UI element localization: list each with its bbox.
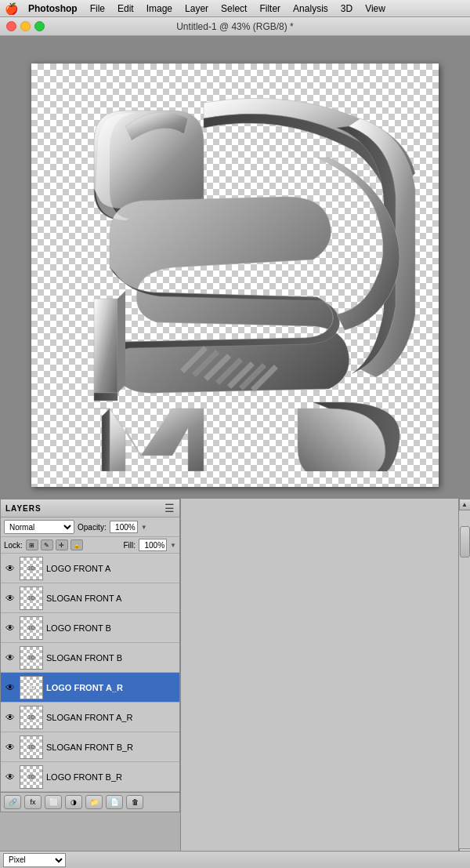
layer-styles-button[interactable]: fx bbox=[24, 795, 42, 809]
lock-position-icon: ✛ bbox=[59, 542, 64, 549]
layer-name: LOGO FRONT B bbox=[46, 623, 176, 633]
layers-controls: Normal Opacity: ▼ bbox=[1, 518, 179, 537]
adjustment-icon: ◑ bbox=[70, 798, 77, 806]
layer-thumbnail: 3D bbox=[20, 706, 43, 729]
new-group-button[interactable]: 📁 bbox=[85, 795, 103, 809]
artwork-svg bbox=[47, 79, 423, 471]
new-layer-icon: 📄 bbox=[110, 798, 119, 806]
lock-icons: ⊞ ✎ ✛ 🔒 bbox=[26, 539, 83, 550]
apple-icon[interactable]: 🍎 bbox=[3, 1, 19, 16]
layer-name: LOGO FRONT A bbox=[46, 564, 176, 573]
artwork bbox=[31, 64, 439, 487]
layer-row[interactable]: 👁3DSLOGAN FRONT B bbox=[1, 643, 179, 673]
bottom-bar: Pixel bbox=[0, 851, 470, 868]
delete-layer-button[interactable]: 🗑 bbox=[126, 795, 143, 809]
layer-visibility-toggle[interactable]: 👁 bbox=[4, 771, 16, 783]
add-mask-button[interactable]: ⬜ bbox=[45, 795, 62, 809]
layer-visibility-toggle[interactable]: 👁 bbox=[4, 681, 16, 694]
layers-menu-button[interactable]: ☰ bbox=[164, 502, 175, 514]
layers-panel: LAYERS ☰ Normal Opacity: ▼ Lock: ⊞ ✎ bbox=[0, 499, 180, 812]
layer-row[interactable]: 👁3DLOGO FRONT B_R bbox=[1, 762, 179, 792]
unit-select[interactable]: Pixel bbox=[3, 853, 66, 867]
mask-icon: ⬜ bbox=[49, 798, 58, 806]
main-container: 🍎 Photoshop File Edit Image Layer Select… bbox=[0, 0, 470, 868]
title-bar: Untitled-1 @ 43% (RGB/8) * bbox=[0, 17, 470, 36]
fx-icon: fx bbox=[30, 798, 35, 806]
layer-thumbnail: 3D bbox=[20, 765, 43, 789]
layer-visibility-toggle[interactable]: 👁 bbox=[4, 741, 16, 754]
adjustment-layer-button[interactable]: ◑ bbox=[65, 795, 82, 809]
canvas-frame bbox=[31, 64, 439, 487]
lock-label: Lock: bbox=[4, 541, 23, 550]
scroll-up-button[interactable]: ▲ bbox=[459, 499, 471, 510]
menu-analysis[interactable]: Analysis bbox=[287, 2, 334, 16]
menu-view[interactable]: View bbox=[359, 2, 392, 16]
layer-name: LOGO FRONT A_R bbox=[46, 683, 176, 692]
layer-thumbnail: 3D bbox=[20, 587, 43, 610]
lock-all-button[interactable]: 🔒 bbox=[70, 539, 83, 550]
menu-photoshop[interactable]: Photoshop bbox=[22, 2, 84, 16]
opacity-dropdown-arrow[interactable]: ▼ bbox=[141, 524, 147, 531]
maximize-button[interactable] bbox=[34, 21, 45, 31]
lock-image-icon: ✎ bbox=[44, 542, 49, 549]
layers-panel-header: LAYERS ☰ bbox=[1, 499, 179, 518]
layer-row[interactable]: 👁3DLOGO FRONT B bbox=[1, 613, 179, 643]
layer-visibility-toggle[interactable]: 👁 bbox=[4, 711, 16, 724]
lock-bar: Lock: ⊞ ✎ ✛ 🔒 Fill: ▼ bbox=[1, 537, 179, 554]
layer-thumbnail: 3D bbox=[20, 735, 43, 759]
blend-mode-select[interactable]: Normal bbox=[4, 520, 74, 534]
layer-thumbnail: 3D bbox=[20, 616, 43, 640]
trash-icon: 🗑 bbox=[132, 798, 139, 806]
lock-transparent-pixels-button[interactable]: ⊞ bbox=[26, 539, 38, 550]
layer-visibility-toggle[interactable]: 👁 bbox=[4, 622, 16, 634]
layer-name: SLOGAN FRONT A bbox=[46, 594, 176, 603]
menu-layer[interactable]: Layer bbox=[179, 2, 215, 16]
layer-thumbnail: 3D bbox=[20, 646, 43, 670]
menu-image[interactable]: Image bbox=[140, 2, 179, 16]
menu-filter[interactable]: Filter bbox=[253, 2, 287, 16]
link-icon: 🔗 bbox=[9, 798, 17, 806]
lock-position-button[interactable]: ✛ bbox=[56, 539, 68, 550]
window-title: Untitled-1 @ 43% (RGB/8) * bbox=[176, 21, 294, 32]
layer-visibility-toggle[interactable]: 👁 bbox=[4, 562, 16, 575]
layer-row[interactable]: 👁3DLOGO FRONT A_R bbox=[1, 673, 179, 703]
menu-edit[interactable]: Edit bbox=[111, 2, 140, 16]
minimize-button[interactable] bbox=[20, 21, 31, 31]
lock-all-icon: 🔒 bbox=[73, 542, 81, 549]
layer-name: SLOGAN FRONT A_R bbox=[46, 713, 176, 722]
new-layer-button[interactable]: 📄 bbox=[106, 795, 123, 809]
menu-3d[interactable]: 3D bbox=[334, 2, 359, 16]
layer-name: SLOGAN FRONT B bbox=[46, 653, 176, 663]
layer-visibility-toggle[interactable]: 👁 bbox=[4, 592, 16, 605]
layer-row[interactable]: 👁3DLOGO FRONT A bbox=[1, 554, 179, 583]
layer-row[interactable]: 👁3DSLOGAN FRONT B_R bbox=[1, 732, 179, 762]
menu-select[interactable]: Select bbox=[215, 2, 253, 16]
layers-panel-title: LAYERS bbox=[5, 504, 42, 513]
fill-dropdown-arrow[interactable]: ▼ bbox=[170, 542, 176, 549]
scroll-thumb[interactable] bbox=[460, 526, 470, 557]
lock-transparent-icon: ⊞ bbox=[29, 542, 34, 549]
close-button[interactable] bbox=[6, 21, 16, 31]
layer-name: SLOGAN FRONT B_R bbox=[46, 743, 176, 752]
layer-row[interactable]: 👁3DSLOGAN FRONT A_R bbox=[1, 703, 179, 732]
fill-label: Fill: bbox=[124, 541, 136, 550]
scroll-track bbox=[459, 510, 470, 848]
fill-input[interactable] bbox=[139, 539, 167, 551]
layer-thumbnail: 3D bbox=[20, 676, 43, 699]
layer-name: LOGO FRONT B_R bbox=[46, 772, 176, 782]
opacity-label: Opacity: bbox=[78, 523, 107, 532]
folder-icon: 📁 bbox=[90, 798, 99, 806]
traffic-lights bbox=[6, 21, 45, 31]
lock-image-pixels-button[interactable]: ✎ bbox=[41, 539, 53, 550]
link-layers-button[interactable]: 🔗 bbox=[4, 795, 21, 809]
canvas-area bbox=[0, 36, 470, 514]
layer-visibility-toggle[interactable]: 👁 bbox=[4, 652, 16, 664]
layers-list: 👁3DLOGO FRONT A👁3DSLOGAN FRONT A👁3DLOGO … bbox=[1, 554, 179, 792]
right-scrollbar: ▲ ▼ bbox=[458, 499, 470, 860]
layer-row[interactable]: 👁3DSLOGAN FRONT A bbox=[1, 583, 179, 613]
menu-bar: 🍎 Photoshop File Edit Image Layer Select… bbox=[0, 0, 470, 17]
menu-file[interactable]: File bbox=[84, 2, 111, 16]
layers-bottom-bar: 🔗 fx ⬜ ◑ 📁 📄 🗑 bbox=[1, 792, 179, 812]
right-panel bbox=[180, 499, 470, 851]
opacity-input[interactable] bbox=[110, 521, 138, 533]
